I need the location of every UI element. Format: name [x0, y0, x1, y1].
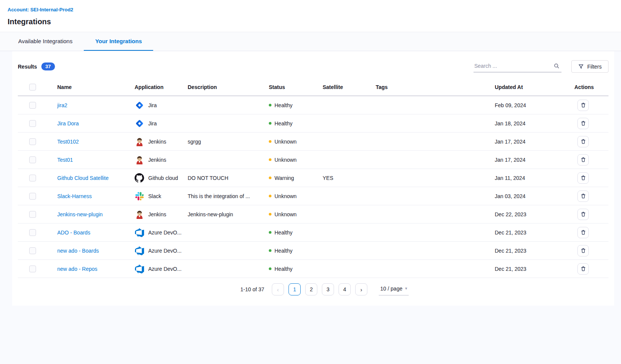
- tab-available-integrations[interactable]: Available Integrations: [7, 32, 84, 51]
- page-button-4[interactable]: 4: [339, 283, 351, 295]
- status-dot-icon: [269, 267, 271, 270]
- row-checkbox[interactable]: [29, 138, 36, 145]
- table-row: ADO - Boards Azure DevO... Healthy Dec 2…: [18, 223, 608, 242]
- jira-icon: [135, 119, 144, 128]
- name-cell: Jenkins-new-plugin: [57, 211, 135, 217]
- application-cell: Jenkins: [135, 137, 188, 146]
- delete-integration-button[interactable]: [577, 245, 589, 256]
- status-label: Unknown: [274, 139, 296, 145]
- name-cell: Test01: [57, 157, 135, 163]
- status-dot-icon: [269, 231, 271, 234]
- tab-your-integrations[interactable]: Your Integrations: [84, 32, 153, 51]
- updated-at-cell: Dec 21, 2023: [495, 266, 574, 272]
- integrations-panel: Results 37 Filters: [12, 51, 614, 306]
- delete-integration-button[interactable]: [577, 227, 589, 238]
- delete-integration-button[interactable]: [577, 209, 589, 220]
- page-button-1[interactable]: 1: [289, 283, 301, 295]
- status-cell: Healthy: [269, 266, 323, 272]
- status-dot-icon: [269, 158, 271, 161]
- integration-name-link[interactable]: Slack-Harness: [57, 193, 92, 199]
- application-label: Azure DevO...: [148, 266, 185, 272]
- trash-icon: [580, 157, 586, 162]
- table-row: Jira Dora Jira Healthy Jan 18, 2024: [18, 114, 608, 133]
- application-cell: Jira: [135, 119, 188, 128]
- row-checkbox-cell: [18, 266, 57, 272]
- select-all-checkbox[interactable]: [29, 84, 36, 91]
- chevron-left-icon: ‹: [277, 287, 279, 292]
- azure-devops-icon: [135, 228, 144, 237]
- integration-name-link[interactable]: ADO - Boards: [57, 230, 90, 236]
- row-checkbox-cell: [18, 138, 57, 145]
- table-row: new ado - Repos Azure DevO... Healthy De…: [18, 260, 608, 278]
- search-input[interactable]: [474, 61, 561, 72]
- integration-name-link[interactable]: Test01: [57, 157, 73, 163]
- account-breadcrumb-link[interactable]: Account: SEI-Internal-Prod2: [8, 7, 73, 12]
- integration-name-link[interactable]: Test0102: [57, 139, 79, 145]
- integration-name-link[interactable]: jira2: [57, 102, 67, 108]
- status-label: Healthy: [274, 248, 292, 254]
- integration-name-link[interactable]: new ado - Boards: [57, 248, 99, 254]
- description-cell: sgrgg: [188, 139, 269, 145]
- integration-name-link[interactable]: new ado - Repos: [57, 266, 97, 272]
- application-label: Jenkins: [148, 139, 170, 145]
- application-label: Jira: [148, 120, 161, 127]
- delete-integration-button[interactable]: [577, 100, 589, 111]
- page-button-2[interactable]: 2: [305, 283, 317, 295]
- application-label: Jira: [148, 102, 161, 108]
- column-header-updated-at: Updated At: [495, 84, 574, 90]
- row-checkbox[interactable]: [29, 120, 36, 127]
- row-checkbox-cell: [18, 193, 57, 200]
- status-cell: Unknown: [269, 157, 323, 163]
- next-page-button[interactable]: ›: [355, 283, 367, 295]
- status-cell: Warning: [269, 175, 323, 181]
- application-cell: Azure DevO...: [135, 246, 188, 255]
- delete-integration-button[interactable]: [577, 136, 589, 147]
- row-checkbox[interactable]: [29, 247, 36, 254]
- status-dot-icon: [269, 249, 271, 252]
- actions-cell: [574, 263, 608, 275]
- delete-integration-button[interactable]: [577, 172, 589, 184]
- column-header-status: Status: [269, 84, 323, 90]
- previous-page-button[interactable]: ‹: [272, 283, 284, 295]
- trash-icon: [580, 102, 586, 108]
- integration-name-link[interactable]: Github Cloud Satellite: [57, 175, 108, 181]
- row-checkbox[interactable]: [29, 229, 36, 236]
- name-cell: Jira Dora: [57, 120, 135, 127]
- pagination: 1-10 of 37 ‹ 1234 › 10 / page ▾: [41, 278, 608, 296]
- delete-integration-button[interactable]: [577, 263, 589, 275]
- table-header-row: NameApplicationDescriptionStatusSatellit…: [18, 79, 608, 96]
- application-label: Slack: [148, 193, 165, 199]
- row-checkbox[interactable]: [29, 211, 36, 218]
- results-summary: Results 37: [18, 62, 55, 70]
- page-size-select[interactable]: 10 / page ▾: [379, 284, 409, 295]
- row-checkbox[interactable]: [29, 193, 36, 200]
- table-body: jira2 Jira Healthy Feb 09, 2024: [18, 96, 608, 278]
- delete-integration-button[interactable]: [577, 191, 589, 202]
- row-checkbox-cell: [18, 120, 57, 127]
- updated-at-cell: Dec 21, 2023: [495, 248, 574, 254]
- integration-name-link[interactable]: Jenkins-new-plugin: [57, 211, 103, 217]
- delete-integration-button[interactable]: [577, 154, 589, 166]
- name-cell: Github Cloud Satellite: [57, 175, 135, 181]
- status-cell: Unknown: [269, 193, 323, 199]
- actions-cell: [574, 245, 608, 256]
- status-dot-icon: [269, 140, 271, 143]
- application-cell: Github cloud: [135, 173, 188, 183]
- page-button-3[interactable]: 3: [322, 283, 334, 295]
- table-row: new ado - Boards Azure DevO... Healthy D…: [18, 242, 608, 260]
- jenkins-icon: [135, 155, 144, 164]
- column-header-tags: Tags: [376, 84, 495, 90]
- row-checkbox[interactable]: [29, 175, 36, 181]
- trash-icon: [580, 120, 586, 126]
- row-checkbox[interactable]: [29, 156, 36, 163]
- row-checkbox[interactable]: [29, 266, 36, 272]
- page-size-label: 10 / page: [380, 286, 402, 292]
- application-cell: Azure DevO...: [135, 228, 188, 237]
- trash-icon: [580, 266, 586, 272]
- row-checkbox[interactable]: [29, 102, 36, 109]
- column-header-satellite: Satellite: [323, 84, 376, 90]
- filters-button[interactable]: Filters: [571, 60, 608, 73]
- integration-name-link[interactable]: Jira Dora: [57, 120, 79, 127]
- delete-integration-button[interactable]: [577, 118, 589, 129]
- column-header-application: Application: [135, 84, 188, 90]
